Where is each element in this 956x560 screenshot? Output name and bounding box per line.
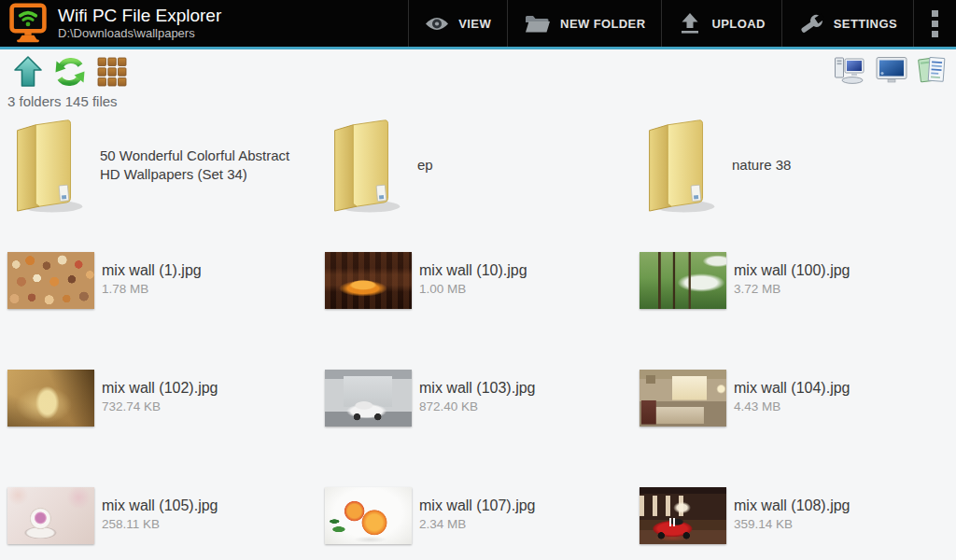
file-thumbnail [640, 487, 726, 544]
file-name: mix wall (107).jpg [419, 497, 535, 515]
file-name: mix wall (108).jpg [734, 497, 850, 515]
computer-icon [834, 55, 865, 85]
file-size: 359.14 KB [734, 516, 850, 533]
file-thumbnail [7, 487, 94, 544]
file-thumbnail [325, 487, 412, 544]
folder-name: nature 38 [732, 156, 945, 175]
eye-icon [425, 16, 449, 32]
folder-name: ep [417, 156, 630, 175]
folder-icon [325, 116, 403, 215]
file-name: mix wall (1).jpg [102, 261, 202, 280]
folder-icon [640, 116, 718, 215]
file-name: mix wall (102).jpg [102, 379, 218, 398]
toolbar: 3 folders 145 files [0, 49, 956, 115]
app-title-area[interactable]: Wifi PC File Explorer D:\Downloads\wallp… [0, 0, 231, 47]
file-list-icon [918, 55, 947, 85]
file-list-button[interactable] [916, 53, 949, 87]
grid-view-button[interactable] [95, 54, 129, 90]
file-name: mix wall (105).jpg [102, 497, 218, 515]
file-size: 3.72 MB [734, 281, 850, 298]
file-item[interactable]: mix wall (103).jpg 872.40 KB [325, 368, 640, 485]
wrench-icon [798, 12, 824, 35]
view-button-label: VIEW [458, 17, 491, 31]
overflow-menu-icon [932, 31, 938, 37]
file-grid: 50 Wonderful Colorful Abstract HD Wallpa… [0, 115, 956, 544]
file-thumbnail [640, 252, 726, 309]
file-thumbnail [7, 252, 94, 309]
folder-summary: 3 folders 145 files [7, 93, 118, 109]
folder-icon [7, 116, 86, 215]
new-folder-button[interactable]: NEW FOLDER [507, 0, 661, 47]
file-item[interactable]: mix wall (1).jpg 1.78 MB [7, 250, 325, 368]
upload-icon [678, 13, 702, 34]
file-size: 732.74 KB [102, 399, 218, 415]
upload-button-label: UPLOAD [711, 17, 765, 31]
display-button[interactable] [874, 53, 909, 87]
file-item[interactable]: mix wall (107).jpg 2.34 MB [325, 485, 640, 544]
my-computer-button[interactable] [832, 53, 867, 87]
action-buttons: VIEW NEW FOLDER UPLOAD [408, 0, 956, 47]
overflow-menu-icon [932, 10, 938, 17]
current-path: D:\Downloads\wallpapers [58, 26, 221, 41]
overflow-menu-button[interactable] [913, 0, 956, 47]
file-item[interactable]: mix wall (105).jpg 258.11 KB [7, 485, 325, 544]
file-name: mix wall (10).jpg [419, 261, 527, 280]
folder-item[interactable]: ep [325, 115, 640, 250]
file-size: 258.11 KB [102, 516, 218, 533]
new-folder-button-label: NEW FOLDER [560, 17, 645, 31]
file-item[interactable]: mix wall (100).jpg 3.72 MB [640, 250, 956, 368]
app-title: Wifi PC File Explorer [58, 6, 221, 26]
file-name: mix wall (104).jpg [734, 379, 850, 398]
file-thumbnail [640, 370, 726, 427]
file-thumbnail [7, 370, 94, 427]
folder-item[interactable]: nature 38 [640, 115, 956, 250]
action-bar: Wifi PC File Explorer D:\Downloads\wallp… [0, 0, 956, 49]
overflow-menu-icon [932, 21, 938, 27]
new-folder-icon [524, 14, 551, 34]
settings-button[interactable]: SETTINGS [781, 0, 913, 47]
folder-name: 50 Wonderful Colorful Abstract HD Wallpa… [100, 147, 313, 184]
upload-button[interactable]: UPLOAD [661, 0, 780, 47]
file-item[interactable]: mix wall (104).jpg 4.43 MB [640, 368, 956, 485]
wifi-monitor-logo-icon [7, 3, 49, 44]
up-directory-button[interactable] [11, 54, 45, 90]
grid-view-icon [97, 57, 127, 87]
view-button[interactable]: VIEW [408, 0, 507, 47]
up-arrow-icon [13, 56, 43, 88]
display-icon [876, 56, 907, 84]
file-name: mix wall (103).jpg [419, 379, 535, 398]
file-item[interactable]: mix wall (102).jpg 732.74 KB [7, 368, 325, 485]
file-item[interactable]: mix wall (108).jpg 359.14 KB [640, 485, 956, 544]
file-size: 1.00 MB [419, 281, 527, 298]
file-name: mix wall (100).jpg [734, 261, 850, 280]
settings-button-label: SETTINGS [834, 17, 897, 31]
folder-item[interactable]: 50 Wonderful Colorful Abstract HD Wallpa… [7, 115, 325, 250]
file-item[interactable]: mix wall (10).jpg 1.00 MB [325, 250, 640, 368]
file-size: 4.43 MB [734, 399, 850, 415]
file-thumbnail [325, 370, 412, 427]
file-size: 1.78 MB [102, 281, 202, 298]
file-size: 2.34 MB [419, 516, 535, 533]
file-thumbnail [325, 252, 412, 309]
refresh-button[interactable] [51, 54, 89, 90]
refresh-icon [53, 56, 87, 88]
file-size: 872.40 KB [419, 399, 535, 415]
